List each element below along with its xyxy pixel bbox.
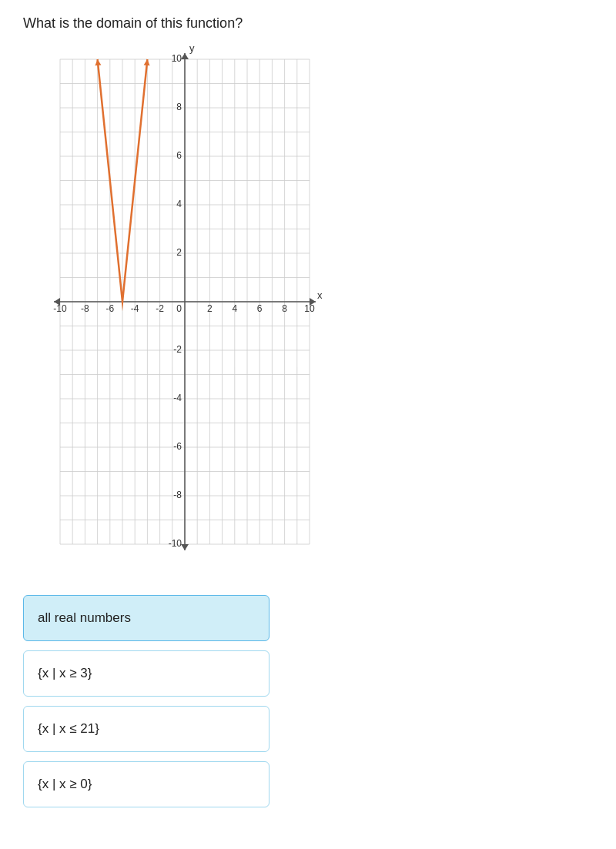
answer-option-4[interactable]: {x | x ≥ 0} [23, 761, 270, 807]
answers-list: all real numbers {x | x ≥ 3} {x | x ≤ 21… [23, 595, 270, 807]
question-text: What is the domain of this function? [23, 15, 593, 32]
left-panel: all real numbers {x | x ≥ 3} {x | x ≤ 21… [23, 45, 323, 807]
content-area: all real numbers {x | x ≥ 3} {x | x ≤ 21… [23, 45, 593, 807]
answer-option-1[interactable]: all real numbers [23, 595, 270, 641]
graph-container [23, 45, 323, 569]
answer-option-3[interactable]: {x | x ≤ 21} [23, 706, 270, 752]
function-graph [23, 45, 323, 569]
answer-option-2[interactable]: {x | x ≥ 3} [23, 650, 270, 697]
